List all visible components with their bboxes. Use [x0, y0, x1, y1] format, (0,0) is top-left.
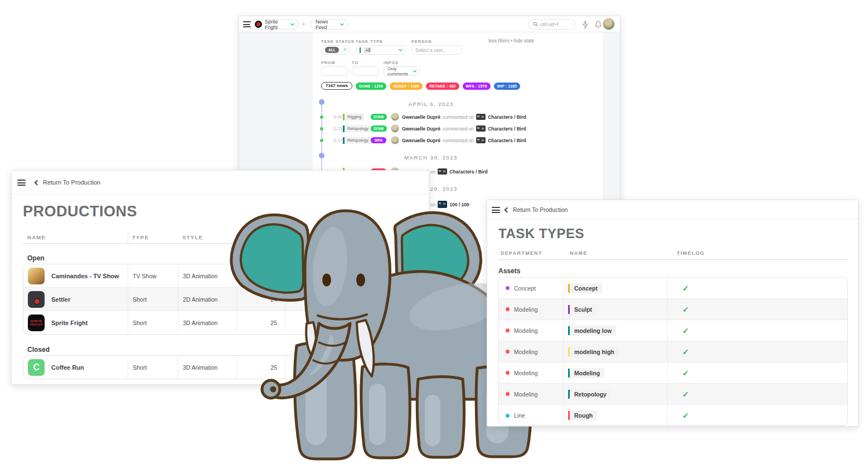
- entry-dot: [320, 127, 323, 130]
- chevron-down-icon: [343, 48, 346, 50]
- timelog-check-icon: ✓: [672, 284, 689, 293]
- production-name[interactable]: Settler: [51, 296, 70, 303]
- search-input[interactable]: ctrl+alt+f: [528, 19, 576, 30]
- table-row[interactable]: Concept Concept ✓: [499, 278, 847, 299]
- timelog-check-icon: ✓: [672, 347, 689, 356]
- stats-row: 7167 news DONE : 1206 READY : 1429 RETAK…: [321, 82, 520, 90]
- feed-entry[interactable]: 11:23 Retopology DONE Gwenaelle Duprécom…: [313, 123, 603, 134]
- table-row[interactable]: Modeling Sculpt ✓: [499, 299, 847, 320]
- entry-target: Characters / Bird: [488, 126, 526, 132]
- timeline-date-dot: [319, 153, 324, 158]
- task-type-value: All: [363, 47, 372, 54]
- search-icon: [533, 22, 538, 27]
- table-row[interactable]: Line Rough ✓: [499, 405, 847, 426]
- status-badge[interactable]: RETAKE : 460: [426, 83, 459, 90]
- feed-entry[interactable]: 11:17 Retopology WFA Gwenaelle Duprécomm…: [313, 135, 603, 146]
- avatar: [391, 113, 399, 121]
- status-badge[interactable]: DONE : 1206: [356, 83, 386, 90]
- search-placeholder: ctrl+alt+f: [540, 22, 559, 27]
- department-dot: [506, 307, 510, 311]
- column-header-department: DEPARTMENT: [501, 250, 542, 256]
- timelog-check-icon: ✓: [672, 411, 689, 420]
- news-topbar: Sprite Fright › News Feed ctrl+alt+f: [239, 16, 620, 32]
- task-status-select[interactable]: ALL: [321, 45, 349, 55]
- avatar: [391, 136, 399, 144]
- task-type-name[interactable]: modeling high: [570, 347, 619, 357]
- bell-icon[interactable]: [594, 20, 603, 29]
- table-row[interactable]: Modeling Modeling ✓: [499, 362, 847, 384]
- task-type-name[interactable]: Modeling: [570, 368, 604, 378]
- status-badge[interactable]: READY : 1429: [390, 83, 423, 90]
- task-types-header: Return To Production: [487, 200, 858, 219]
- task-type-name[interactable]: Retopology: [570, 389, 611, 399]
- department-name: Modeling: [514, 370, 538, 376]
- task-type-label: TASK TYPE: [356, 39, 383, 44]
- back-link[interactable]: Return To Production: [505, 206, 568, 213]
- status-badge[interactable]: WFA : 1578: [463, 83, 491, 90]
- menu-icon[interactable]: [17, 180, 26, 186]
- table-row[interactable]: Modeling modeling high ✓: [499, 341, 847, 362]
- productions-header: Return To Production: [12, 171, 429, 195]
- production-name[interactable]: Caminandes - TV Show: [51, 273, 119, 279]
- section-select-value: News Feed: [316, 19, 338, 30]
- entry-target: Characters / Bird: [488, 114, 526, 120]
- task-type-name[interactable]: Sculpt: [570, 304, 597, 315]
- section-label-assets: Assets: [498, 267, 520, 275]
- infos-select[interactable]: Only comments: [384, 66, 420, 76]
- status-pill: DONE: [371, 114, 387, 120]
- production-select[interactable]: Sprite Fright: [250, 19, 299, 30]
- person-input[interactable]: Select a user...: [411, 45, 462, 55]
- header-divider: [498, 259, 848, 260]
- department-name: Modeling: [514, 391, 538, 398]
- filter-links[interactable]: less filters • hide stats: [488, 38, 534, 43]
- section-select[interactable]: News Feed: [311, 19, 348, 30]
- task-type-color-bar: [360, 47, 361, 53]
- entry-target: Characters / Bird: [488, 138, 526, 143]
- production-type: Short: [128, 311, 178, 335]
- timelog-check-icon: ✓: [672, 369, 689, 378]
- entry-time: 11:23: [333, 127, 343, 130]
- feed-entry[interactable]: 11:42 Rigging DONE Gwenaelle Duprécommen…: [313, 112, 603, 123]
- task-type-chip: Retopology: [343, 137, 371, 144]
- department-dot: [506, 328, 510, 332]
- user-avatar[interactable]: [603, 18, 615, 30]
- production-logo-icon: [255, 21, 262, 28]
- task-type-select[interactable]: All: [356, 45, 406, 55]
- entry-dot: [320, 139, 323, 142]
- task-type-name[interactable]: Rough: [570, 410, 597, 420]
- production-name[interactable]: Sprite Fright: [51, 320, 88, 326]
- production-thumbnail: C: [28, 359, 45, 376]
- timelog-check-icon: ✓: [672, 390, 689, 399]
- total-news-pill[interactable]: 7167 news: [321, 82, 352, 90]
- task-types-window: Return To Production TASK TYPES DEPARTME…: [487, 200, 859, 427]
- status-pill: WFA: [371, 137, 386, 143]
- from-label: FROM: [321, 60, 335, 65]
- task-status-label: TASK STATUS: [321, 39, 355, 44]
- from-date-input[interactable]: [321, 66, 348, 76]
- table-row[interactable]: Modeling modeling low ✓: [499, 320, 847, 341]
- back-link[interactable]: Return To Production: [35, 179, 100, 186]
- zap-icon[interactable]: [581, 20, 590, 29]
- production-name[interactable]: Coffee Run: [51, 364, 84, 371]
- column-header-type: TYPE: [132, 234, 149, 240]
- breadcrumb-separator: ›: [303, 21, 304, 27]
- status-badge[interactable]: WIP : 1185: [494, 83, 521, 90]
- timelog-check-icon: ✓: [672, 305, 689, 314]
- entry-time: 11:42: [333, 115, 343, 119]
- department-dot: [506, 350, 510, 354]
- to-label: TO: [352, 60, 358, 65]
- production-type: Short: [128, 288, 178, 311]
- entry-action: commented on: [443, 138, 474, 143]
- back-link-label: Return To Production: [43, 179, 100, 186]
- person-placeholder: Select a user...: [415, 47, 447, 53]
- task-type-name[interactable]: modeling low: [570, 326, 616, 336]
- menu-icon[interactable]: [492, 207, 500, 213]
- table-row[interactable]: Modeling Retopology ✓: [499, 384, 847, 405]
- production-type: Short: [128, 356, 178, 379]
- task-types-table: Concept Concept ✓ Modeling Sculpt ✓ Mode…: [498, 277, 848, 426]
- department-name: Concept: [514, 285, 536, 292]
- status-pill: DONE: [371, 125, 387, 132]
- task-type-name[interactable]: Concept: [570, 283, 602, 293]
- to-date-input[interactable]: [352, 66, 379, 76]
- avatar: [391, 124, 399, 133]
